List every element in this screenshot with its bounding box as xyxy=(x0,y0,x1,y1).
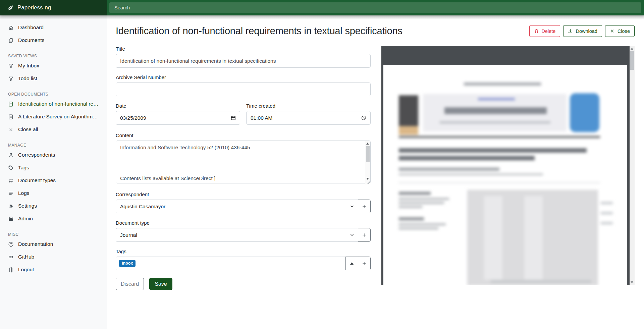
document-edit-form: Title Archive Serial Number Date xyxy=(116,46,371,290)
title-label: Title xyxy=(116,46,371,52)
date-input[interactable] xyxy=(116,111,240,125)
sidebar-item-settings[interactable]: Settings xyxy=(5,201,102,211)
sidebar-item-label: Identification of non-functional require… xyxy=(18,101,99,107)
tags-collapse-button[interactable] xyxy=(345,257,358,270)
delete-label: Delete xyxy=(542,29,556,34)
scroll-down-arrow-icon[interactable] xyxy=(366,178,369,180)
discard-button[interactable]: Discard xyxy=(116,278,144,290)
main-content: Identification of non-functional require… xyxy=(107,15,644,329)
sidebar-item-dashboard[interactable]: Dashboard xyxy=(5,22,102,33)
sidebar-item-my-inbox[interactable]: My Inbox xyxy=(5,60,102,71)
tag-badge-inbox[interactable]: Inbox xyxy=(119,260,136,267)
hash-icon xyxy=(8,178,14,183)
question-circle-icon xyxy=(8,241,14,247)
document-type-select[interactable]: Journal xyxy=(116,228,358,242)
sidebar-item-documentation[interactable]: Documentation xyxy=(5,239,102,250)
tags-input[interactable]: Inbox xyxy=(116,257,346,270)
delete-button[interactable]: Delete xyxy=(529,25,560,37)
sidebar-item-documents[interactable]: Documents xyxy=(5,35,102,46)
sidebar-item-document-types[interactable]: Document types xyxy=(5,175,102,186)
sidebar: Dashboard Documents SAVED VIEWS My Inbox… xyxy=(0,15,107,329)
door-icon xyxy=(8,267,14,273)
link-icon xyxy=(8,254,14,260)
navbar-main xyxy=(107,0,644,15)
sidebar-item-label: Logout xyxy=(18,267,34,273)
asn-input[interactable] xyxy=(116,83,371,96)
sidebar-item-label: My Inbox xyxy=(18,63,39,69)
app-brand[interactable]: Paperless-ng xyxy=(0,0,107,15)
sidebar-item-admin[interactable]: Admin xyxy=(5,213,102,224)
calendar-icon xyxy=(230,115,236,121)
sidebar-item-correspondents[interactable]: Correspondents xyxy=(5,150,102,160)
clock-icon xyxy=(361,115,367,121)
document-header: Identification of non-functional require… xyxy=(116,15,635,46)
sidebar-item-label: Close all xyxy=(18,126,38,132)
sidebar-open-document-2[interactable]: A Literature Survey on Algorithms for Mu… xyxy=(5,111,102,122)
close-icon xyxy=(610,29,615,34)
pdf-blurred-content xyxy=(383,65,627,285)
pdf-page xyxy=(383,65,627,285)
top-navbar: Paperless-ng xyxy=(0,0,644,15)
sidebar-item-github[interactable]: GitHub xyxy=(5,252,102,262)
sidebar-item-label: Admin xyxy=(18,216,33,222)
sidebar-item-label: Dashboard xyxy=(18,24,44,31)
header-actions: Delete Download Close xyxy=(529,25,635,37)
sidebar-item-close-all[interactable]: Close all xyxy=(5,124,102,135)
resize-grip[interactable] xyxy=(366,180,370,184)
close-icon xyxy=(8,127,14,132)
download-button[interactable]: Download xyxy=(563,25,602,37)
sidebar-item-logout[interactable]: Logout xyxy=(5,264,102,275)
sciencedirect-logo-blur xyxy=(570,93,599,132)
scroll-up-arrow-icon[interactable] xyxy=(631,48,633,50)
sidebar-item-label: GitHub xyxy=(18,254,34,260)
sidebar-item-label: Document types xyxy=(18,177,56,183)
plus-icon xyxy=(362,261,367,266)
content-textarea[interactable]: Information and Software Technology 52 (… xyxy=(116,141,371,183)
scroll-down-arrow-icon[interactable] xyxy=(631,281,633,283)
time-created-input[interactable] xyxy=(246,111,371,125)
house-icon xyxy=(8,25,14,31)
scroll-up-arrow-icon[interactable] xyxy=(366,143,369,145)
sidebar-item-label: A Literature Survey on Algorithms for Mu… xyxy=(18,114,99,120)
preview-scrollbar[interactable] xyxy=(630,46,635,285)
sidebar-section-saved-views: SAVED VIEWS xyxy=(8,54,99,58)
scroll-thumb[interactable] xyxy=(366,146,370,162)
add-tag-button[interactable] xyxy=(358,257,371,270)
plus-icon xyxy=(362,204,367,209)
filter-icon xyxy=(8,76,14,81)
sidebar-item-todo-list[interactable]: Todo list xyxy=(5,73,102,84)
file-text-icon xyxy=(8,114,14,120)
add-correspondent-button[interactable] xyxy=(358,200,371,213)
scroll-thumb[interactable] xyxy=(630,51,634,70)
sidebar-item-tags[interactable]: Tags xyxy=(5,162,102,173)
gear-icon xyxy=(8,203,14,209)
sidebar-item-label: Settings xyxy=(18,203,37,209)
sidebar-item-label: Todo list xyxy=(18,75,37,81)
logs-icon xyxy=(8,190,14,196)
leaf-logo-icon xyxy=(7,4,14,11)
content-scrollbar[interactable] xyxy=(365,141,370,184)
add-document-type-button[interactable] xyxy=(358,228,371,242)
brand-label: Paperless-ng xyxy=(17,4,51,11)
tags-label: Tags xyxy=(116,249,371,254)
asn-label: Archive Serial Number xyxy=(116,74,371,80)
plus-icon xyxy=(362,233,367,237)
search-input[interactable] xyxy=(109,2,641,13)
title-input[interactable] xyxy=(116,54,371,68)
content-label: Content xyxy=(116,132,371,138)
save-button[interactable]: Save xyxy=(149,278,172,290)
sidebar-item-logs[interactable]: Logs xyxy=(5,188,102,199)
document-preview xyxy=(381,46,635,285)
documents-icon xyxy=(8,38,14,43)
close-button[interactable]: Close xyxy=(605,25,635,37)
sidebar-open-document-1[interactable]: Identification of non-functional require… xyxy=(5,99,102,109)
page-title: Identification of non-functional require… xyxy=(116,25,402,37)
tag-icon xyxy=(8,165,14,171)
correspondent-label: Correspondent xyxy=(116,191,371,197)
sidebar-item-label: Logs xyxy=(18,190,30,196)
sidebar-section-manage: MANAGE xyxy=(8,143,99,148)
sidebar-section-misc: MISC xyxy=(8,232,99,237)
file-text-icon xyxy=(8,101,14,107)
person-icon xyxy=(8,152,14,158)
correspondent-select[interactable]: Agustin Casamayor xyxy=(116,200,358,213)
